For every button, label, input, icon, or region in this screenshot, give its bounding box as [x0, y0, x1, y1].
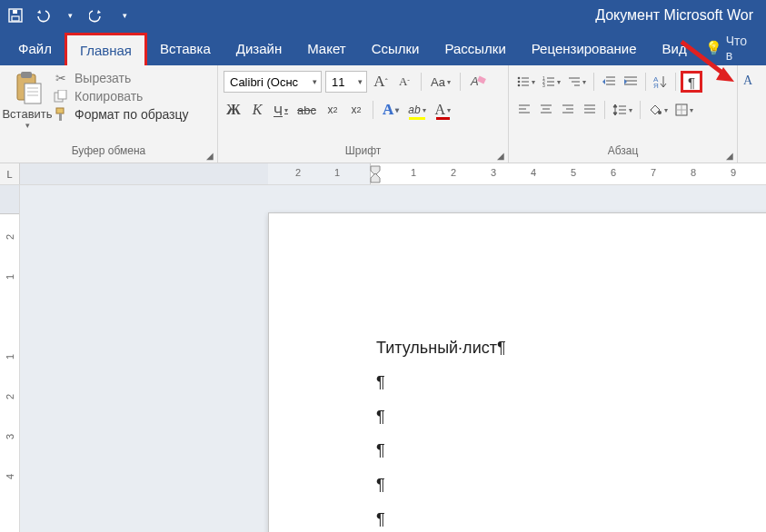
paste-button[interactable]: Вставить ▾	[5, 67, 49, 130]
bullets-button[interactable]	[514, 72, 538, 92]
document-title: Документ Microsoft Wor	[133, 7, 759, 24]
align-left-button[interactable]	[514, 100, 534, 120]
separator	[421, 73, 422, 91]
tab-review[interactable]: Рецензирование	[519, 31, 650, 65]
separator	[593, 73, 594, 91]
justify-button[interactable]	[580, 100, 600, 120]
sort-button[interactable]: AЯ	[651, 72, 671, 92]
styles-fragment[interactable]: A	[738, 71, 758, 91]
multilevel-list-button[interactable]	[565, 72, 589, 92]
change-case-button[interactable]: Aa	[428, 72, 453, 92]
shrink-font-button[interactable]: Aˇ	[394, 72, 414, 92]
svg-point-53	[658, 111, 662, 114]
superscript-button[interactable]: x2	[346, 100, 366, 120]
format-painter-button[interactable]: Формат по образцу	[53, 107, 189, 122]
subscript-button[interactable]: x2	[323, 100, 343, 120]
tab-home[interactable]: Главная	[65, 33, 147, 65]
group-font: Calibri (Оснс ▾ 11 ▾ Aˆ Aˇ Aa A	[218, 65, 509, 163]
lightbulb-icon: 💡	[705, 40, 722, 56]
group-paragraph-label: Абзац ◢	[514, 144, 731, 163]
svg-text:3: 3	[542, 83, 545, 88]
group-clipboard-label: Буфер обмена ◢	[5, 144, 212, 163]
brush-icon	[53, 107, 69, 122]
cut-button[interactable]: ✂ Вырезать	[53, 71, 189, 85]
page-text[interactable]: Титульный·лист¶ ¶ ¶ ¶ ¶ ¶	[376, 331, 506, 532]
separator	[675, 73, 676, 91]
tab-references[interactable]: Ссылки	[359, 31, 433, 65]
font-color-button[interactable]: A	[433, 100, 454, 120]
line-spacing-button[interactable]	[610, 100, 635, 120]
group-styles-sliver: A	[738, 65, 758, 163]
qat-customize-icon[interactable]: ▾	[116, 7, 133, 24]
ruler-h-track[interactable]: 2 1 1 2 3 4 5 6 7 8 9	[20, 163, 766, 184]
tab-file[interactable]: Файл	[5, 31, 65, 65]
separator	[604, 101, 605, 119]
paragraph-mark: ¶	[376, 468, 506, 503]
tab-view[interactable]: Вид	[650, 31, 700, 65]
bold-button[interactable]: Ж	[224, 100, 244, 120]
tab-mailings[interactable]: Рассылки	[432, 31, 518, 65]
tab-design[interactable]: Дизайн	[224, 31, 294, 65]
clear-formatting-button[interactable]: A	[467, 72, 489, 92]
font-size-combo[interactable]: 11 ▾	[325, 71, 367, 93]
indent-marker-icon[interactable]	[369, 164, 383, 184]
scissors-icon: ✂	[53, 71, 69, 85]
svg-rect-2	[13, 10, 17, 14]
borders-button[interactable]	[672, 100, 696, 120]
sort-icon: AЯ	[653, 74, 668, 89]
text-effects-button[interactable]: A	[380, 100, 402, 120]
cut-label: Вырезать	[75, 71, 131, 85]
paragraph-launcher-icon[interactable]: ◢	[726, 151, 733, 161]
font-launcher-icon[interactable]: ◢	[497, 151, 504, 161]
document-canvas[interactable]: Титульный·лист¶ ¶ ¶ ¶ ¶ ¶	[20, 185, 766, 532]
align-center-button[interactable]	[536, 100, 556, 120]
tab-selector[interactable]: L	[0, 163, 20, 184]
svg-rect-5	[25, 84, 41, 103]
separator	[645, 73, 646, 91]
ruler-horizontal: L 2 1 1 2 3 4 5 6 7 8 9	[0, 163, 766, 185]
outdent-icon	[602, 75, 616, 88]
tab-layout[interactable]: Макет	[294, 31, 358, 65]
tell-me-search[interactable]: 💡 Что в	[700, 31, 761, 65]
quick-access-toolbar: ▾ ▾	[7, 7, 133, 24]
svg-point-17	[518, 81, 521, 84]
page[interactable]: Титульный·лист¶ ¶ ¶ ¶ ¶ ¶	[268, 212, 766, 532]
ruler-vertical[interactable]: 2 1 1 2 3 4	[0, 185, 20, 532]
italic-button[interactable]: К	[247, 100, 267, 120]
save-icon[interactable]	[7, 7, 24, 24]
show-hide-pilcrow-button[interactable]: ¶	[681, 71, 702, 93]
group-paragraph: 123 AЯ ¶	[509, 65, 738, 163]
svg-rect-11	[56, 108, 64, 113]
undo-dropdown-icon[interactable]: ▾	[62, 7, 78, 24]
underline-button[interactable]: Ч	[271, 100, 291, 120]
bullets-icon	[517, 75, 530, 88]
font-size-value: 11	[332, 75, 344, 89]
tab-insert[interactable]: Вставка	[147, 31, 224, 65]
svg-rect-10	[58, 90, 66, 99]
decrease-indent-button[interactable]	[599, 72, 619, 92]
highlight-button[interactable]: ab	[405, 100, 428, 120]
shading-button[interactable]	[645, 100, 671, 120]
paragraph-mark: ¶	[376, 400, 506, 435]
copy-button[interactable]: Копировать	[53, 89, 189, 103]
increase-indent-button[interactable]	[621, 72, 641, 92]
grow-font-button[interactable]: Aˆ	[371, 72, 391, 92]
align-right-button[interactable]	[558, 100, 578, 120]
strikethrough-button[interactable]: abc	[294, 100, 319, 120]
numbering-button[interactable]: 123	[540, 72, 563, 92]
indent-icon	[623, 75, 638, 88]
chevron-down-icon: ▾	[358, 77, 363, 86]
group-font-label: Шрифт ◢	[224, 144, 502, 163]
borders-icon	[675, 103, 688, 116]
eraser-icon: A	[470, 74, 486, 89]
paragraph-mark: ¶	[376, 434, 506, 468]
paragraph-mark: ¶	[376, 366, 506, 400]
font-name-combo[interactable]: Calibri (Оснс ▾	[224, 71, 322, 93]
redo-icon[interactable]	[89, 7, 105, 24]
clipboard-launcher-icon[interactable]: ◢	[206, 151, 214, 161]
undo-icon[interactable]	[35, 7, 51, 24]
paragraph-mark: ¶	[376, 503, 506, 532]
separator	[460, 73, 461, 91]
paste-dropdown-icon: ▾	[25, 121, 30, 130]
ribbon: Вставить ▾ ✂ Вырезать Копировать	[0, 65, 766, 163]
